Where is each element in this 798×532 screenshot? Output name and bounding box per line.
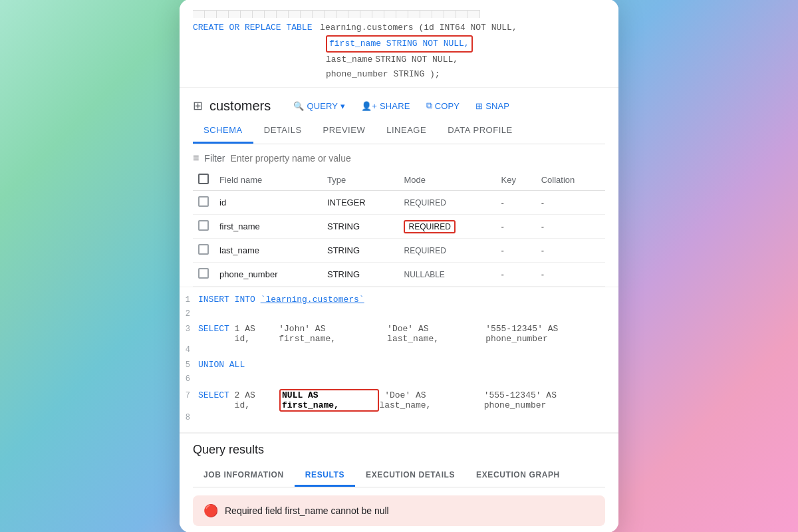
field-id: id	[214, 191, 322, 215]
chevron-down-icon: ▾	[340, 101, 345, 111]
filter-icon: ≡	[193, 152, 199, 164]
error-message: Required field first_name cannot be null	[225, 505, 389, 516]
results-section: Query results JOB INFORMATION RESULTS EX…	[180, 432, 618, 526]
sql-line-1: 1 INSERT INTO `learning.customers`	[180, 294, 618, 309]
table-row: phone_number STRING NULLABLE - -	[193, 263, 605, 287]
snap-button[interactable]: ⊞ SNAP	[469, 98, 516, 114]
sql-line-4: 4	[180, 344, 618, 359]
share-button[interactable]: 👤+ SHARE	[354, 98, 416, 114]
table-actions: 🔍 QUERY ▾ 👤+ SHARE ⧉ COPY ⊞ SNAP	[287, 97, 516, 114]
tab-data-profile[interactable]: DATA PROFILE	[437, 118, 523, 144]
results-tabs: JOB INFORMATION RESULTS EXECUTION DETAIL…	[193, 465, 605, 487]
col-key: Key	[496, 170, 536, 191]
sql-line-6: 6	[180, 374, 618, 388]
type-id: INTEGER	[322, 191, 399, 215]
tab-job-information[interactable]: JOB INFORMATION	[193, 465, 295, 487]
code-line-4: phone_number STRING );	[326, 67, 473, 82]
filter-bar: ≡ Filter	[193, 144, 605, 170]
sql-line-3: 3 SELECT 1 AS id, 'John' AS first_name, …	[180, 323, 618, 344]
key-phone: -	[496, 263, 536, 287]
sql-editor[interactable]: 1 INSERT INTO `learning.customers` 2 3 S…	[180, 287, 618, 432]
code-highlight-firstname: first_name STRING NOT NULL,	[326, 35, 473, 53]
table-icon: ⊞	[193, 98, 203, 113]
collation-lastname: -	[536, 239, 605, 263]
sql-line-8: 8	[180, 412, 618, 427]
col-collation: Collation	[536, 170, 605, 191]
table-row: id INTEGER REQUIRED - -	[193, 191, 605, 215]
row-checkbox-id[interactable]	[198, 196, 209, 207]
filter-input[interactable]	[230, 153, 605, 164]
error-banner: 🔴 Required field first_name cannot be nu…	[193, 495, 605, 526]
type-phone: STRING	[322, 263, 399, 287]
query-button[interactable]: 🔍 QUERY ▾	[287, 98, 352, 114]
query-results-title: Query results	[193, 443, 605, 457]
type-firstname: STRING	[322, 215, 399, 239]
mode-id: REQUIRED	[404, 198, 446, 207]
sql-null-highlight: NULL AS first_name,	[279, 389, 379, 412]
schema-tabs: SCHEMA DETAILS PREVIEW LINEAGE DATA PROF…	[193, 118, 605, 144]
table-row: last_name STRING REQUIRED - -	[193, 239, 605, 263]
table-section: ⊞ customers 🔍 QUERY ▾ 👤+ SHARE ⧉ COPY ⊞	[180, 88, 618, 287]
code-line-3: last_name STRING NOT NULL,	[326, 53, 473, 67]
sql-line-2: 2	[180, 309, 618, 323]
snap-icon: ⊞	[475, 101, 483, 111]
field-phone: phone_number	[214, 263, 322, 287]
table-row: first_name STRING REQUIRED - -	[193, 215, 605, 239]
tab-lineage[interactable]: LINEAGE	[376, 118, 437, 144]
collation-id: -	[536, 191, 605, 215]
code-ident: learning.customers (id INT64 NOT NULL,	[315, 21, 517, 35]
sql-line-5: 5 UNION ALL	[180, 359, 618, 374]
code-create-kw: CREATE OR REPLACE TABLE	[193, 21, 312, 35]
tab-details[interactable]: DETAILS	[253, 118, 313, 144]
key-id: -	[496, 191, 536, 215]
filter-label: Filter	[204, 153, 225, 164]
field-lastname: last_name	[214, 239, 322, 263]
row-checkbox-phone[interactable]	[198, 268, 209, 279]
mode-lastname: REQUIRED	[404, 246, 446, 255]
schema-table: Field name Type Mode Key Collation id IN…	[193, 170, 605, 287]
col-field-name: Field name	[214, 170, 322, 191]
field-firstname: first_name	[214, 215, 322, 239]
copy-button[interactable]: ⧉ COPY	[420, 97, 467, 114]
main-card: CREATE OR REPLACE TABLE learning.custome…	[180, 0, 618, 532]
sql-line-7: 7 SELECT 2 AS id, NULL AS first_name, 'D…	[180, 388, 618, 412]
mode-phone: NULLABLE	[404, 270, 444, 279]
collation-firstname: -	[536, 215, 605, 239]
code-top-area: CREATE OR REPLACE TABLE learning.custome…	[180, 0, 618, 88]
col-mode: Mode	[398, 170, 495, 191]
error-icon: 🔴	[203, 503, 218, 518]
mode-firstname: REQUIRED	[404, 220, 455, 233]
code-line-1: CREATE OR REPLACE TABLE learning.custome…	[193, 21, 605, 35]
copy-icon: ⧉	[426, 100, 432, 111]
tab-results[interactable]: RESULTS	[295, 465, 355, 487]
tab-execution-details[interactable]: EXECUTION DETAILS	[355, 465, 466, 487]
tab-preview[interactable]: PREVIEW	[313, 118, 376, 144]
code-table-name: learning.customers	[320, 23, 413, 33]
key-firstname: -	[496, 215, 536, 239]
table-header: ⊞ customers 🔍 QUERY ▾ 👤+ SHARE ⧉ COPY ⊞	[193, 88, 605, 118]
code-line-2: first_name STRING NOT NULL,	[326, 35, 473, 53]
row-checkbox-lastname[interactable]	[198, 244, 209, 255]
share-icon: 👤+	[361, 101, 377, 111]
key-lastname: -	[496, 239, 536, 263]
tab-execution-graph[interactable]: EXECUTION GRAPH	[466, 465, 571, 487]
table-name-label: customers	[209, 98, 271, 114]
col-type: Type	[322, 170, 399, 191]
select-all-checkbox[interactable]	[198, 174, 209, 184]
collation-phone: -	[536, 263, 605, 287]
row-checkbox-firstname[interactable]	[198, 220, 209, 231]
tab-schema[interactable]: SCHEMA	[193, 118, 253, 144]
search-icon: 🔍	[293, 101, 304, 111]
type-lastname: STRING	[322, 239, 399, 263]
